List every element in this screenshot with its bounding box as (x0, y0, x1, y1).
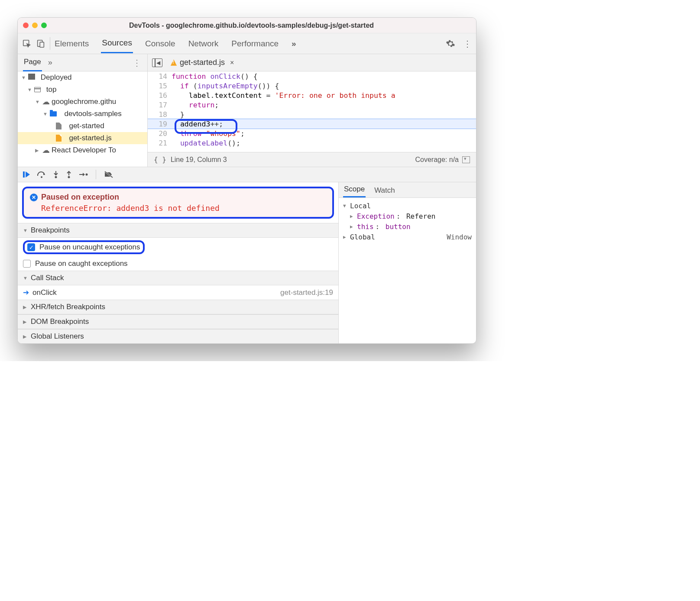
tab-sources[interactable]: Sources (101, 34, 133, 53)
pause-uncaught-checkbox[interactable]: ✓ (27, 243, 35, 251)
titlebar: DevTools - googlechrome.github.io/devtoo… (18, 18, 476, 33)
svg-point-5 (55, 176, 57, 178)
close-window-button[interactable] (23, 23, 29, 28)
svg-point-6 (68, 176, 70, 178)
cursor-position: Line 19, Column 3 (171, 156, 227, 164)
code-line-16[interactable]: 16 label.textContent = 'Error: one or bo… (148, 90, 476, 100)
cloud-icon (42, 145, 50, 155)
annotation-highlight-2: ✓ Pause on uncaught exceptions (23, 240, 145, 254)
frame-icon (34, 87, 41, 92)
deployed-icon (28, 73, 35, 82)
pretty-print-icon[interactable]: { } (154, 155, 166, 164)
xhr-breakpoints-header[interactable]: ▶XHR/fetch Breakpoints (18, 300, 338, 314)
current-frame-icon: ➔ (23, 288, 29, 297)
step-over-button[interactable] (37, 171, 46, 178)
code-line-18[interactable]: 18 } (148, 110, 476, 119)
kebab-menu-icon[interactable]: ⋮ (463, 39, 472, 49)
code-line-15[interactable]: 15 if (inputsAreEmpty()) { (148, 81, 476, 90)
dom-breakpoints-header[interactable]: ▶DOM Breakpoints (18, 314, 338, 329)
navigator-menu-icon[interactable]: ⋮ (133, 58, 142, 68)
resume-button[interactable] (22, 170, 31, 179)
settings-icon[interactable] (446, 39, 455, 48)
editor-file-tab[interactable]: get-started.js × (167, 56, 237, 69)
code-line-19[interactable]: 19 addend3++; (148, 119, 476, 129)
tree-react-ext[interactable]: ▶React Developer To (18, 144, 147, 156)
tree-deployed[interactable]: ▼ Deployed (18, 71, 147, 84)
svg-rect-2 (40, 42, 44, 47)
tree-folder[interactable]: ▼ devtools-samples (18, 108, 147, 120)
svg-point-7 (86, 174, 88, 176)
svg-rect-3 (23, 171, 25, 178)
paused-banner: ✕Paused on exception ReferenceError: add… (22, 187, 334, 219)
device-toggle-icon[interactable] (36, 39, 45, 48)
code-line-17[interactable]: 17 return; (148, 100, 476, 110)
step-out-button[interactable] (65, 170, 72, 179)
tabs-overflow[interactable]: » (291, 35, 297, 53)
minimize-window-button[interactable] (32, 23, 38, 28)
debugger-toolbar (18, 167, 476, 182)
scope-global[interactable]: ▶GlobalWindow (343, 232, 472, 242)
inspect-element-icon[interactable] (22, 39, 32, 48)
deactivate-breakpoints-button[interactable] (104, 171, 113, 178)
frame-function: onClick (32, 288, 57, 297)
navigator-overflow[interactable]: » (48, 58, 52, 67)
scope-exception[interactable]: ▶Exception: Referen (343, 211, 472, 221)
debugger-lower: ✕Paused on exception ReferenceError: add… (18, 182, 476, 343)
tree-domain[interactable]: ▼googlechrome.githu (18, 96, 147, 108)
file-icon (56, 123, 62, 129)
tab-scope[interactable]: Scope (343, 182, 366, 197)
warning-icon (170, 59, 177, 66)
code-line-14[interactable]: 14function onClick() { (148, 71, 476, 81)
pause-caught-label: Pause on caught exceptions (35, 259, 128, 268)
file-icon (56, 135, 62, 142)
tab-elements[interactable]: Elements (54, 35, 90, 53)
pause-caught-checkbox[interactable] (23, 260, 31, 268)
breakpoints-header[interactable]: ▼Breakpoints (18, 223, 338, 238)
scope-this[interactable]: ▶this: button (343, 221, 472, 232)
code-editor: 14function onClick() {15 if (inputsAreEm… (148, 71, 476, 167)
coverage-toggle-icon[interactable] (462, 156, 470, 163)
sources-subheader: Page » ⋮ ◀ get-started.js × (18, 54, 476, 71)
cloud-icon (42, 97, 50, 107)
close-file-icon[interactable]: × (230, 59, 234, 67)
editor-status-bar: { } Line 19, Column 3 Coverage: n/a (148, 152, 476, 167)
exception-message: ReferenceError: addend3 is not defined (30, 204, 325, 213)
code-area[interactable]: 14function onClick() {15 if (inputsAreEm… (148, 71, 476, 152)
toggle-navigator-icon[interactable]: ◀ (152, 58, 162, 67)
step-into-button[interactable] (52, 170, 59, 179)
maximize-window-button[interactable] (41, 23, 47, 28)
traffic-lights (23, 23, 47, 28)
tab-performance[interactable]: Performance (230, 35, 279, 53)
file-navigator: ▼ Deployed ▼ top ▼googlechrome.githu ▼ d… (18, 71, 148, 167)
code-line-20[interactable]: 20 throw "whoops"; (148, 129, 476, 138)
scope-local[interactable]: ▼Local (343, 200, 472, 211)
global-listeners-header[interactable]: ▶Global Listeners (18, 329, 338, 343)
navigator-tab-page[interactable]: Page (23, 54, 42, 71)
debugger-sidebar: ✕Paused on exception ReferenceError: add… (18, 182, 338, 343)
step-button[interactable] (78, 171, 88, 178)
editor-filename: get-started.js (180, 58, 225, 67)
folder-icon (50, 111, 57, 116)
error-icon: ✕ (30, 194, 38, 201)
tree-file-js[interactable]: get-started.js (18, 132, 147, 144)
tab-network[interactable]: Network (188, 35, 220, 53)
tab-watch[interactable]: Watch (373, 184, 396, 197)
panel-tabs: Elements Sources Console Network Perform… (54, 34, 446, 53)
scope-panel: Scope Watch ▼Local ▶Exception: Referen ▶… (338, 182, 476, 343)
callstack-header[interactable]: ▼Call Stack (18, 271, 338, 285)
svg-point-4 (41, 176, 42, 178)
tab-console[interactable]: Console (144, 35, 176, 53)
devtools-window: DevTools - googlechrome.github.io/devtoo… (17, 17, 476, 344)
main-toolbar: Elements Sources Console Network Perform… (18, 33, 476, 54)
tree-top[interactable]: ▼ top (18, 84, 147, 96)
code-line-21[interactable]: 21 updateLabel(); (148, 138, 476, 148)
window-title: DevTools - googlechrome.github.io/devtoo… (54, 22, 471, 29)
frame-location: get-started.js:19 (280, 288, 333, 297)
coverage-label: Coverage: n/a (415, 156, 459, 164)
paused-reason: Paused on exception (41, 193, 119, 201)
tree-file-html[interactable]: get-started (18, 120, 147, 132)
pause-uncaught-label: Pause on uncaught exceptions (39, 243, 140, 252)
callstack-frame[interactable]: ➔ onClick get-started.js:19 (18, 285, 338, 300)
